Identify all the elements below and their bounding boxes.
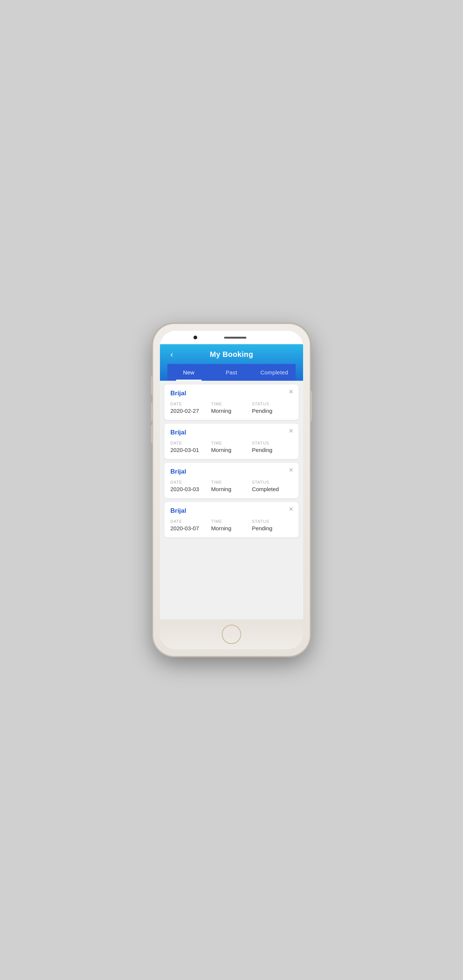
close-icon[interactable]: ✕ (288, 428, 293, 434)
status-value: Completed (252, 486, 293, 492)
phone-screen: ‹ My Booking New Past Completed (160, 331, 303, 649)
booking-fields: DATE 2020-03-01 TIME Morning STATUS Pend… (170, 441, 293, 453)
status-label: STATUS (252, 480, 293, 484)
app-header: ‹ My Booking New Past Completed (160, 344, 303, 381)
status-value: Pending (252, 447, 293, 453)
close-icon[interactable]: ✕ (288, 467, 293, 473)
status-field: STATUS Pending (252, 519, 293, 531)
booking-name: Brijal (170, 468, 293, 476)
status-label: STATUS (252, 441, 293, 445)
time-label: TIME (211, 402, 251, 406)
time-value: Morning (211, 407, 251, 414)
booking-name: Brijal (170, 429, 293, 436)
booking-list: ✕ Brijal DATE 2020-02-27 TIME Morning ST… (160, 381, 303, 619)
booking-fields: DATE 2020-02-27 TIME Morning STATUS Pend… (170, 402, 293, 414)
tab-new[interactable]: New (167, 364, 210, 381)
date-label: DATE (170, 480, 211, 484)
app-content: ‹ My Booking New Past Completed (160, 344, 303, 619)
booking-card: ✕ Brijal DATE 2020-02-27 TIME Morning ST… (164, 385, 299, 420)
date-value: 2020-03-01 (170, 447, 211, 453)
page-title: My Booking (210, 350, 253, 359)
close-icon[interactable]: ✕ (288, 389, 293, 395)
time-field: TIME Morning (211, 402, 251, 414)
phone-notch-area (160, 331, 303, 344)
time-label: TIME (211, 519, 251, 523)
booking-card: ✕ Brijal DATE 2020-03-03 TIME Morning ST… (164, 463, 299, 498)
time-field: TIME Morning (211, 519, 251, 531)
booking-name: Brijal (170, 390, 293, 397)
status-label: STATUS (252, 402, 293, 406)
status-field: STATUS Pending (252, 402, 293, 414)
tabs-bar: New Past Completed (167, 364, 296, 381)
time-label: TIME (211, 441, 251, 445)
date-value: 2020-02-27 (170, 407, 211, 414)
date-value: 2020-03-07 (170, 525, 211, 531)
back-button[interactable]: ‹ (167, 348, 176, 361)
status-label: STATUS (252, 519, 293, 523)
camera-icon (194, 336, 197, 339)
phone-bottom (160, 619, 303, 649)
date-label: DATE (170, 519, 211, 523)
close-icon[interactable]: ✕ (288, 506, 293, 512)
status-field: STATUS Pending (252, 441, 293, 453)
time-value: Morning (211, 525, 251, 531)
date-field: DATE 2020-03-03 (170, 480, 211, 492)
date-field: DATE 2020-02-27 (170, 402, 211, 414)
booking-card: ✕ Brijal DATE 2020-03-07 TIME Morning ST… (164, 502, 299, 537)
booking-card: ✕ Brijal DATE 2020-03-01 TIME Morning ST… (164, 424, 299, 459)
booking-name: Brijal (170, 507, 293, 515)
time-value: Morning (211, 447, 251, 453)
date-field: DATE 2020-03-07 (170, 519, 211, 531)
time-value: Morning (211, 486, 251, 492)
tab-completed[interactable]: Completed (253, 364, 296, 381)
booking-fields: DATE 2020-03-03 TIME Morning STATUS Comp… (170, 480, 293, 492)
date-label: DATE (170, 441, 211, 445)
date-field: DATE 2020-03-01 (170, 441, 211, 453)
status-value: Pending (252, 407, 293, 414)
phone-shell: ‹ My Booking New Past Completed (153, 324, 310, 656)
date-value: 2020-03-03 (170, 486, 211, 492)
tab-past[interactable]: Past (210, 364, 253, 381)
time-label: TIME (211, 480, 251, 484)
booking-fields: DATE 2020-03-07 TIME Morning STATUS Pend… (170, 519, 293, 531)
home-button[interactable] (222, 625, 241, 644)
speaker-icon (224, 337, 247, 339)
time-field: TIME Morning (211, 441, 251, 453)
status-field: STATUS Completed (252, 480, 293, 492)
status-value: Pending (252, 525, 293, 531)
header-top: ‹ My Booking (167, 350, 296, 364)
date-label: DATE (170, 402, 211, 406)
time-field: TIME Morning (211, 480, 251, 492)
